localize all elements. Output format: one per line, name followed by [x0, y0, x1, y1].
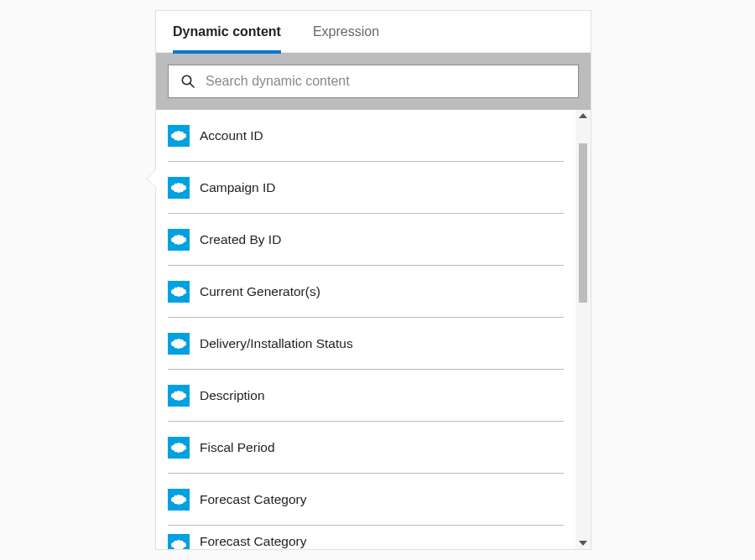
list-item[interactable]: Description — [168, 370, 564, 422]
scrollbar[interactable] — [575, 110, 591, 549]
list-item[interactable]: Campaign ID — [168, 162, 564, 214]
scroll-down-icon[interactable] — [579, 541, 587, 546]
list-item[interactable]: Forecast Category — [168, 474, 564, 526]
scroll-thumb[interactable] — [579, 143, 587, 303]
svg-line-1 — [190, 84, 195, 88]
list-item-label: Forecast Category — [200, 534, 307, 549]
tab-dynamic-content[interactable]: Dynamic content — [173, 11, 281, 53]
list-wrap: Account ID Campaign ID Created By ID Cur… — [156, 110, 591, 549]
list-item[interactable]: Forecast Category — [168, 526, 564, 549]
search-input[interactable] — [206, 74, 566, 89]
list-item[interactable]: Delivery/Installation Status — [168, 318, 564, 370]
list-item[interactable]: Current Generator(s) — [168, 266, 564, 318]
list-item-label: Fiscal Period — [200, 440, 275, 455]
salesforce-icon — [168, 229, 190, 251]
list-item-label: Description — [200, 388, 265, 403]
list-item-label: Account ID — [200, 128, 263, 143]
salesforce-icon — [168, 125, 190, 147]
salesforce-icon — [168, 437, 190, 459]
scroll-up-icon[interactable] — [579, 113, 587, 118]
dynamic-content-list: Account ID Campaign ID Created By ID Cur… — [156, 110, 575, 549]
list-item-label: Forecast Category — [200, 492, 307, 507]
salesforce-icon — [168, 333, 190, 355]
list-item[interactable]: Fiscal Period — [168, 422, 564, 474]
tab-expression[interactable]: Expression — [313, 11, 379, 53]
salesforce-icon — [168, 385, 190, 407]
search-box[interactable] — [168, 65, 579, 98]
list-item[interactable]: Account ID — [168, 110, 564, 162]
list-item-label: Created By ID — [200, 232, 281, 247]
search-icon — [180, 74, 195, 89]
list-item-label: Delivery/Installation Status — [200, 336, 353, 351]
list-item[interactable]: Created By ID — [168, 214, 564, 266]
salesforce-icon — [168, 534, 190, 549]
salesforce-icon — [168, 281, 190, 303]
salesforce-icon — [168, 177, 190, 199]
panel-caret — [148, 170, 156, 187]
tabs: Dynamic content Expression — [156, 11, 591, 53]
list-item-label: Current Generator(s) — [200, 284, 320, 299]
dynamic-content-panel: Dynamic content Expression Account ID — [155, 10, 591, 550]
salesforce-icon — [168, 489, 190, 511]
search-bar-container — [156, 53, 591, 110]
list-item-label: Campaign ID — [200, 180, 275, 195]
